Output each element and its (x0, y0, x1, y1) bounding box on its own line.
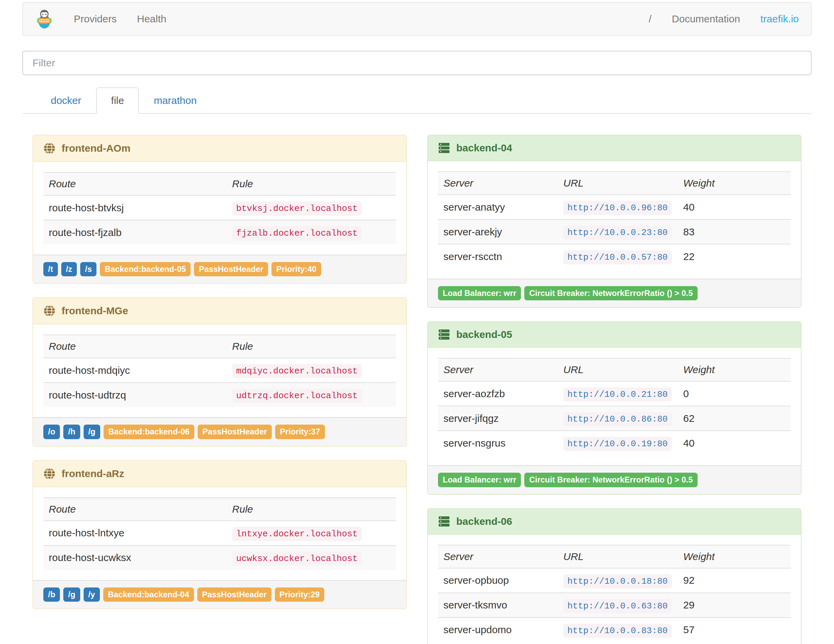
table-row: server-jifqgzhttp://10.0.0.86:8062 (438, 406, 791, 431)
globe-glyph (43, 305, 55, 317)
server-url-code[interactable]: http://10.0.0.86:80 (563, 412, 672, 426)
config-badge: Priority:37 (275, 425, 325, 439)
panel-body: ServerURLWeightserver-aozfzbhttp://10.0.… (428, 348, 801, 465)
globe-icon (43, 142, 55, 154)
rule-cell: ucwksx.docker.localhost (227, 545, 396, 570)
provider-tabs: docker file marathon (22, 87, 812, 114)
entrypoint-badge: /g (84, 425, 100, 439)
server-url-code[interactable]: http://10.0.0.63:80 (563, 599, 672, 613)
panel-footer: /o/h/gBackend:backend-06PassHostHeaderPr… (33, 417, 406, 446)
col-header-server: Server (438, 172, 558, 195)
panel-table: ServerURLWeightserver-aozfzbhttp://10.0.… (438, 358, 791, 455)
nav-providers[interactable]: Providers (64, 3, 127, 35)
col-header-rule: Rule (227, 172, 396, 195)
server-weight-cell: 83 (678, 219, 791, 244)
panel-table: RouteRuleroute-host-btvksjbtvksj.docker.… (43, 172, 396, 244)
col-header-url: URL (558, 545, 677, 568)
server-weight-cell: 29 (678, 593, 791, 618)
col-header-server: Server (438, 545, 558, 568)
server-name-cell: server-anatyy (438, 195, 558, 219)
navbar-right: / Documentation traefik.io (638, 3, 811, 35)
traefik-logo[interactable] (23, 9, 64, 29)
tab-item: docker (36, 87, 96, 114)
route-name-cell: route-host-mdqiyc (43, 358, 227, 383)
panel-body: RouteRuleroute-host-mdqiycmdqiyc.docker.… (33, 324, 406, 417)
table-header-row: RouteRule (43, 498, 396, 521)
server-url-cell: http://10.0.0.21:80 (558, 381, 677, 406)
table-header-row: ServerURLWeight (438, 545, 791, 568)
panel-footer: /t/z/sBackend:backend-05PassHostHeaderPr… (33, 255, 406, 283)
entrypoint-badge: /h (63, 425, 80, 439)
server-url-code[interactable]: http://10.0.0.83:80 (563, 624, 672, 638)
server-url-cell: http://10.0.0.83:80 (558, 618, 677, 642)
frontend-panel: frontend-MGeRouteRuleroute-host-mdqiycmd… (32, 297, 407, 446)
server-name-cell: server-arekjy (438, 219, 558, 244)
server-weight-cell: 92 (678, 568, 791, 593)
panel-title: frontend-AOm (61, 142, 130, 154)
server-url-cell: http://10.0.0.18:80 (558, 568, 677, 593)
table-head: RouteRule (43, 335, 396, 358)
entrypoint-badge: /t (43, 262, 58, 276)
tab-marathon[interactable]: marathon (139, 87, 212, 114)
rule-code: btvksj.docker.localhost (232, 201, 362, 216)
config-badge: Priority:29 (275, 587, 325, 602)
table-row: route-host-ucwksxucwksx.docker.localhost (43, 545, 396, 570)
route-name-cell: route-host-ucwksx (43, 545, 227, 570)
load-balancer-badge: Load Balancer: wrr (438, 286, 521, 300)
frontend-panel: frontend-AOmRouteRuleroute-host-btvksjbt… (32, 135, 407, 284)
panel-table: ServerURLWeightserver-opbuophttp://10.0.… (438, 545, 791, 642)
table-row: server-updomohttp://10.0.0.83:8057 (438, 618, 791, 642)
server-url-code[interactable]: http://10.0.0.57:80 (563, 250, 672, 264)
col-header-weight: Weight (678, 545, 791, 568)
config-badge: Priority:40 (272, 262, 321, 276)
table-head: ServerURLWeight (438, 545, 791, 568)
entrypoint-badge: /y (84, 587, 100, 602)
filter-input[interactable] (22, 51, 812, 75)
table-row: route-host-fjzalbfjzalb.docker.localhost (43, 220, 396, 244)
server-url-code[interactable]: http://10.0.0.18:80 (563, 574, 672, 589)
route-name-cell: route-host-fjzalb (43, 220, 227, 244)
table-row: route-host-lntxyelntxye.docker.localhost (43, 521, 396, 545)
rule-code: ucwksx.docker.localhost (232, 552, 362, 566)
server-weight-cell: 22 (678, 244, 791, 269)
panel-footer: Load Balancer: wrrCircuit Breaker: Netwo… (428, 279, 801, 307)
server-name-cell: server-tksmvo (438, 593, 558, 618)
table-header-row: ServerURLWeight (438, 358, 791, 381)
tab-file[interactable]: file (96, 87, 139, 114)
backend-panel: backend-04ServerURLWeightserver-anatyyht… (427, 135, 802, 308)
nav-slash: / (638, 13, 661, 25)
nav-traefik-io[interactable]: traefik.io (750, 3, 811, 35)
config-badge: Backend:backend-05 (100, 262, 191, 276)
server-icon (438, 329, 450, 340)
tab-docker[interactable]: docker (36, 87, 96, 114)
table-head: ServerURLWeight (438, 172, 791, 195)
table-row: route-host-udtrzqudtrzq.docker.localhost (43, 383, 396, 407)
col-header-weight: Weight (678, 358, 791, 381)
globe-glyph (43, 142, 55, 154)
server-icon (438, 142, 450, 154)
panel-body: RouteRuleroute-host-btvksjbtvksj.docker.… (33, 162, 406, 255)
entrypoint-badge: /s (80, 262, 97, 276)
rule-code: lntxye.docker.localhost (232, 527, 362, 541)
table-row: server-rscctnhttp://10.0.0.57:8022 (438, 244, 791, 269)
config-badge: Backend:backend-04 (103, 587, 194, 602)
server-name-cell: server-aozfzb (438, 381, 558, 406)
server-weight-cell: 40 (678, 195, 791, 219)
nav-documentation[interactable]: Documentation (662, 3, 750, 35)
circuit-breaker-badge: Circuit Breaker: NetworkErrorRatio () > … (524, 286, 697, 300)
panel-body: RouteRuleroute-host-lntxyelntxye.docker.… (33, 487, 406, 580)
server-url-code[interactable]: http://10.0.0.19:80 (563, 437, 672, 451)
nav-health[interactable]: Health (127, 3, 177, 35)
server-url-code[interactable]: http://10.0.0.96:80 (563, 201, 672, 215)
globe-glyph (43, 468, 55, 480)
table-head: RouteRule (43, 498, 396, 521)
panel-table: RouteRuleroute-host-lntxyelntxye.docker.… (43, 497, 396, 570)
entrypoint-badge: /b (43, 587, 60, 602)
server-url-code[interactable]: http://10.0.0.21:80 (563, 387, 672, 401)
panel-body: ServerURLWeightserver-anatyyhttp://10.0.… (428, 161, 801, 279)
table-row: server-tksmvohttp://10.0.0.63:8029 (438, 593, 791, 618)
server-url-cell: http://10.0.0.57:80 (558, 244, 677, 269)
config-badge: PassHostHeader (197, 587, 272, 602)
server-url-code[interactable]: http://10.0.0.23:80 (563, 225, 672, 240)
table-body: server-anatyyhttp://10.0.0.96:8040server… (438, 195, 791, 269)
